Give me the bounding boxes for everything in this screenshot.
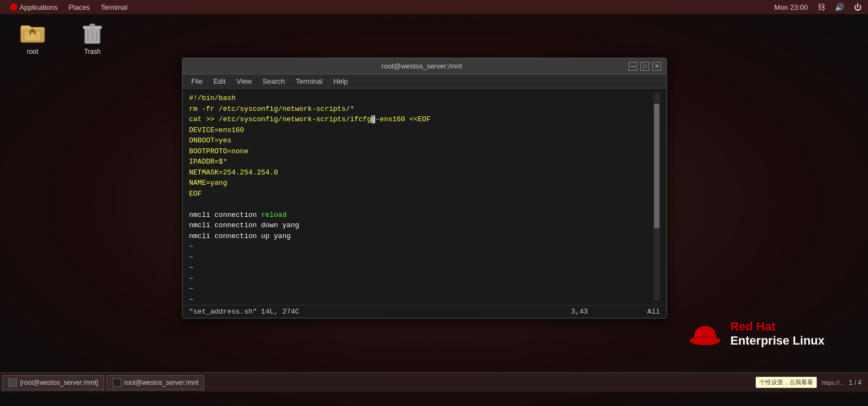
- taskbar-icon-1: [8, 378, 17, 387]
- taskbar-item-2[interactable]: root@westos_server:/mnt: [106, 375, 205, 390]
- folder-image: [20, 20, 46, 46]
- terminal-content: #!/bin/bash rm -fr /etc/sysconfig/networ…: [183, 89, 666, 305]
- menu-edit[interactable]: Edit: [208, 74, 231, 89]
- terminal-scrollbar[interactable]: [653, 93, 660, 301]
- line-14: nmcli connection up yang: [189, 231, 653, 242]
- terminal-label: Terminal: [100, 3, 127, 11]
- network-icon: ⛓: [815, 3, 827, 11]
- terminal-controls: — □ ✕: [628, 62, 661, 71]
- taskbar-label-1: [root@westos_server:/mnt]: [20, 379, 98, 386]
- top-bar-right: Mon 23:00 ⛓ 🔊 ⏻: [772, 3, 864, 11]
- line-5: ONBOOT=yes: [189, 135, 653, 146]
- terminal-menu[interactable]: Terminal: [95, 0, 133, 14]
- line-9: NAME=yang: [189, 178, 653, 189]
- terminal-text-area[interactable]: #!/bin/bash rm -fr /etc/sysconfig/networ…: [189, 93, 653, 301]
- menu-search[interactable]: Search: [257, 74, 290, 89]
- line-18: ~: [189, 273, 653, 284]
- applications-label: Applications: [20, 3, 58, 11]
- taskbar-right: 个性设置，点我看看 https://... 1 / 4: [756, 377, 866, 388]
- line-7: IPADDR=$*: [189, 157, 653, 167]
- applications-menu[interactable]: Applications: [4, 0, 63, 14]
- redhat-dot-icon: [10, 3, 17, 11]
- line-6: BOOTPROTO=none: [189, 146, 653, 157]
- menu-file[interactable]: File: [186, 74, 208, 89]
- redhat-hat-icon: [689, 319, 721, 348]
- clock: Mon 23:00: [772, 3, 810, 11]
- taskbar-item-1[interactable]: [root@westos_server:/mnt]: [2, 375, 104, 390]
- line-3: cat >> /etc/sysconfig/network-scripts/if…: [189, 114, 653, 125]
- line-17: ~: [189, 263, 653, 273]
- places-label: Places: [68, 3, 90, 11]
- terminal-titlebar: root@westos_server:/mnt — □ ✕: [183, 58, 666, 74]
- minimize-button[interactable]: —: [628, 62, 637, 71]
- line-13: nmcli connection down yang: [189, 220, 653, 231]
- places-menu[interactable]: Places: [63, 0, 95, 14]
- volume-icon: 🔊: [833, 3, 846, 11]
- terminal-menubar: File Edit View Search Terminal Help: [183, 74, 666, 89]
- line-12: nmcli connection reload: [189, 210, 653, 221]
- menu-view[interactable]: View: [231, 74, 257, 89]
- terminal-title: root@westos_server:/mnt: [215, 62, 628, 70]
- line-11: [189, 199, 653, 210]
- top-menu-bar: Applications Places Terminal Mon 23:00 ⛓…: [0, 0, 868, 14]
- svg-rect-5: [90, 24, 95, 27]
- line-10: EOF: [189, 189, 653, 199]
- close-button[interactable]: ✕: [652, 62, 661, 71]
- trash-image: [79, 20, 105, 46]
- terminal-window: root@westos_server:/mnt — □ ✕ File Edit …: [182, 58, 667, 318]
- desktop: root Trash: [0, 14, 868, 392]
- taskbar-tooltip[interactable]: 个性设置，点我看看: [756, 377, 817, 388]
- line-8: NETMASK=254.254.254.0: [189, 167, 653, 178]
- menu-help[interactable]: Help: [328, 74, 354, 89]
- desktop-icons-container: root Trash: [11, 20, 114, 55]
- terminal-statusbar: "set_address.sh" 14L, 274C 3,43 All: [183, 305, 666, 318]
- scrollbar-thumb: [654, 104, 659, 228]
- taskbar-left: [root@westos_server:/mnt] root@westos_se…: [2, 375, 204, 390]
- redhat-logo-area: Red Hat Enterprise Linux: [689, 319, 825, 348]
- statusbar-file-info: "set_address.sh" 14L, 274C: [189, 308, 299, 316]
- line-20: ~: [189, 295, 653, 301]
- line-19: ~: [189, 284, 653, 295]
- trash-icon[interactable]: Trash: [71, 20, 114, 55]
- svg-rect-2: [25, 32, 40, 40]
- line-16: ~: [189, 252, 653, 263]
- line-1: #!/bin/bash: [189, 93, 653, 104]
- power-icon[interactable]: ⏻: [852, 3, 864, 11]
- root-folder-icon[interactable]: root: [11, 20, 54, 55]
- taskbar-url: https://...: [821, 379, 844, 386]
- statusbar-position: 3,43 All: [571, 308, 660, 316]
- trash-icon-label: Trash: [84, 48, 100, 55]
- svg-point-11: [690, 338, 720, 344]
- taskbar: [root@westos_server:/mnt] root@westos_se…: [0, 372, 868, 392]
- taskbar-label-2: root@westos_server:/mnt: [124, 379, 199, 386]
- root-icon-label: root: [27, 48, 39, 55]
- line-4: DEVICE=ens160: [189, 125, 653, 136]
- line-15: ~: [189, 241, 653, 252]
- taskbar-icon-2: [112, 378, 121, 387]
- top-bar-left: Applications Places Terminal: [4, 0, 133, 14]
- menu-terminal[interactable]: Terminal: [291, 74, 328, 89]
- line-2: rm -fr /etc/sysconfig/network-scripts/*: [189, 104, 653, 115]
- redhat-brand-text: Red Hat Enterprise Linux: [730, 320, 825, 348]
- taskbar-page: 1 / 4: [849, 379, 861, 386]
- maximize-button[interactable]: □: [640, 62, 649, 71]
